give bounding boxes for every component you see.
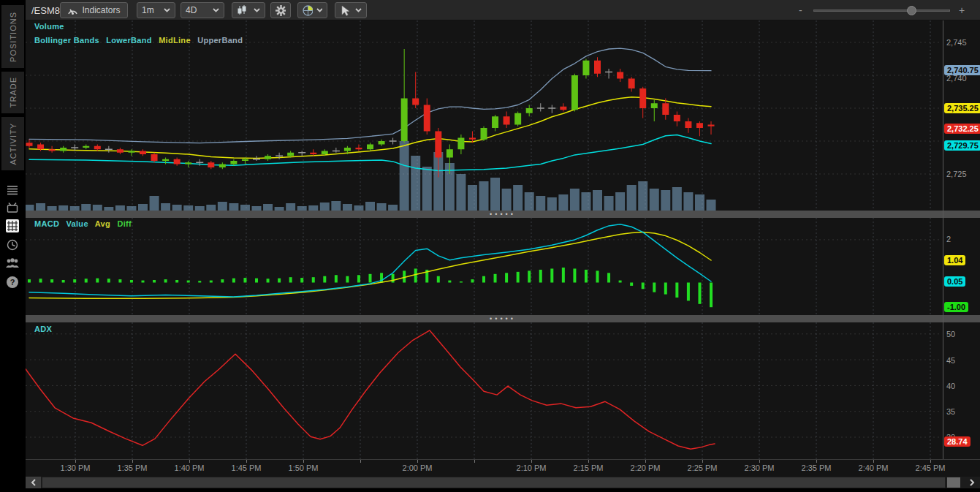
left-chevron-icon (31, 479, 37, 486)
chevron-down-icon (254, 8, 260, 12)
cursor-tool-dropdown[interactable] (335, 2, 367, 18)
people-icon[interactable] (4, 255, 21, 271)
time-axis-tick (246, 460, 247, 463)
time-axis-tick (873, 460, 874, 463)
time-axis-label: 1:30 PM (61, 463, 91, 472)
chevron-down-icon (355, 8, 362, 12)
grid-layout-dropdown[interactable] (297, 2, 327, 18)
bollinger-midline-label[interactable]: MidLine (159, 36, 191, 45)
time-axis-tick (303, 460, 304, 463)
sidebar-tab-activity[interactable]: ACTIVITY (1, 117, 24, 170)
clock-icon[interactable] (4, 237, 21, 253)
adx-axis-label: 50 (946, 330, 955, 338)
zoom-slider-track[interactable] (813, 10, 950, 12)
time-axis-tick (816, 460, 817, 463)
pane-divider-handle[interactable]: ••••• (26, 211, 980, 218)
horizontal-scrollbar[interactable] (26, 477, 980, 488)
symbol-label[interactable]: /ESM8 (31, 0, 60, 20)
time-axis-label: 2:25 PM (688, 463, 718, 472)
chart-type-dropdown[interactable] (232, 2, 265, 18)
help-glyph: ? (7, 276, 18, 288)
time-axis-label: 1:35 PM (118, 463, 148, 472)
macd-chart-canvas[interactable] (26, 218, 980, 315)
timeframe-value: 1m (142, 5, 154, 15)
adx-chart-canvas[interactable] (26, 322, 980, 459)
scrollbar-thumb[interactable] (42, 477, 945, 488)
bollinger-legend-title[interactable]: Bollinger Bands (34, 36, 99, 45)
macd-diff-label[interactable]: Diff (117, 219, 132, 228)
chart-grid-icon[interactable] (4, 218, 21, 234)
zoom-in-button[interactable]: + (959, 0, 965, 20)
sidebar-tab-trade[interactable]: TRADE (1, 72, 24, 113)
bollinger-legend: Bollinger Bands LowerBand MidLine UpperB… (34, 36, 247, 45)
tv-icon[interactable] (4, 200, 21, 216)
divider-dots: ••••• (490, 212, 516, 216)
macd-avg-label[interactable]: Avg (95, 219, 110, 228)
time-axis-label: 2:15 PM (574, 463, 604, 472)
time-axis-tick (759, 460, 760, 463)
time-axis[interactable]: 1:30 PM1:35 PM1:40 PM1:45 PM1:50 PM2:00 … (26, 459, 980, 477)
time-axis-label: 1:50 PM (289, 463, 319, 472)
macd-axis-badge: -1.00 (944, 302, 968, 312)
indicators-button-label: Indicators (82, 5, 120, 15)
sidebar-tab-trade-label: TRADE (9, 77, 18, 107)
chevron-down-icon (164, 8, 170, 12)
timeframe-dropdown[interactable]: 1m (137, 2, 175, 18)
bollinger-lowerband-label[interactable]: LowerBand (106, 36, 152, 45)
scrollbar-resize-handle[interactable] (947, 477, 960, 488)
range-dropdown[interactable]: 4D (181, 2, 224, 18)
scroll-left-button[interactable] (26, 477, 41, 488)
price-axis-badge: 2,729.75 (944, 140, 980, 151)
time-axis-label: 2:30 PM (745, 463, 775, 472)
range-value: 4D (186, 5, 197, 15)
cursor-arrow-icon (340, 5, 350, 16)
gauge-icon (67, 6, 78, 15)
chevron-down-icon (316, 8, 322, 12)
sidebar-tab-positions[interactable]: POSITIONS (1, 5, 24, 68)
settings-button[interactable] (270, 2, 291, 18)
adx-axis-label: 40 (946, 382, 955, 390)
macd-value-label[interactable]: Value (67, 219, 88, 228)
volume-legend: Volume (34, 22, 69, 31)
indicators-button[interactable]: Indicators (60, 2, 128, 18)
time-axis-tick (132, 460, 133, 463)
list-icon[interactable] (4, 182, 21, 198)
chart-toolbar: /ESM8 Indicators 1m 4D (26, 0, 980, 20)
divider-dots: ••••• (490, 317, 516, 321)
candlestick-type-icon (237, 5, 247, 15)
time-axis-label: 1:45 PM (232, 463, 262, 472)
time-axis-tick (531, 460, 532, 463)
scroll-right-button[interactable] (964, 477, 979, 488)
zoom-slider-thumb[interactable] (907, 6, 916, 15)
time-axis-label: 2:45 PM (916, 463, 946, 472)
adx-axis-label: 35 (946, 407, 955, 416)
price-axis-label: 2,725 (946, 170, 967, 178)
price-chart-pane[interactable]: Volume Bollinger Bands LowerBand MidLine… (26, 20, 980, 211)
time-axis-label: 2:00 PM (403, 463, 433, 472)
help-icon[interactable]: ? (4, 274, 21, 290)
time-axis-tick (474, 460, 475, 463)
adx-legend-title[interactable]: ADX (34, 325, 52, 333)
price-chart-canvas[interactable] (26, 20, 980, 211)
adx-axis-badge: 28.74 (944, 436, 970, 447)
macd-axis-badge: 1.04 (944, 255, 965, 265)
chevron-down-icon (213, 8, 219, 12)
zoom-out-button[interactable]: - (799, 0, 802, 20)
adx-axis-label: 45 (946, 356, 955, 365)
pane-divider-handle[interactable]: ••••• (26, 315, 980, 322)
price-axis-line (943, 20, 943, 459)
bollinger-upperband-label[interactable]: UpperBand (197, 36, 243, 45)
sidebar-tab-activity-label: ACTIVITY (9, 123, 18, 165)
adx-pane[interactable]: ADX (26, 322, 980, 459)
volume-legend-label[interactable]: Volume (34, 22, 64, 31)
macd-legend-title[interactable]: MACD (34, 219, 59, 228)
time-axis-tick (189, 460, 190, 463)
time-axis-tick (360, 460, 361, 463)
time-axis-tick (417, 460, 418, 463)
right-chevron-icon (969, 479, 975, 486)
time-axis-tick (588, 460, 589, 463)
macd-pane[interactable]: MACD Value Avg Diff (26, 218, 980, 315)
time-axis-tick (645, 460, 646, 463)
left-sidebar: POSITIONS TRADE ACTIVITY ? (0, 0, 26, 492)
macd-axis-label: 2 (946, 235, 951, 243)
